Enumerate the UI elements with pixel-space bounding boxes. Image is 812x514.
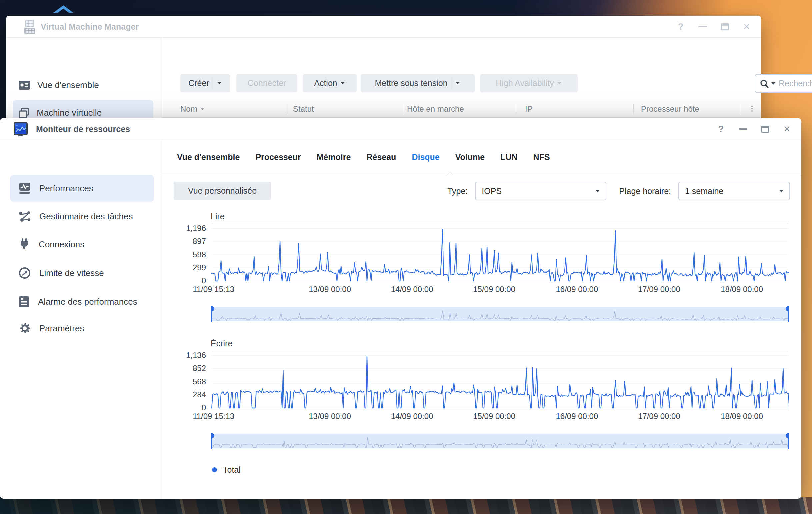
read-chart-scrubber[interactable]	[211, 306, 789, 322]
rm-window-title: Moniteur de ressources	[36, 124, 130, 134]
x-axis-tick-label: 14/09 00:00	[391, 285, 433, 294]
wallpaper-bottom	[0, 497, 812, 514]
high-availability-button[interactable]: High Availability	[480, 74, 578, 92]
column-header-statut[interactable]: Statut	[293, 100, 314, 118]
search-input[interactable]	[778, 78, 812, 89]
legend-total-label: Total	[223, 465, 241, 475]
sidebar-item-parametres[interactable]: Paramètres	[10, 315, 154, 342]
create-button[interactable]: Créer	[180, 74, 230, 92]
vmm-minimize-button[interactable]	[698, 22, 708, 32]
rm-close-button[interactable]: ✕	[782, 124, 792, 134]
time-range-select-value: 1 semaine	[685, 186, 723, 196]
tab-processeur[interactable]: Processeur	[255, 152, 301, 162]
settings-gear-icon	[19, 322, 31, 334]
synology-logo-chevron-icon	[53, 5, 73, 13]
y-axis-tick-label: 0	[162, 276, 206, 285]
sidebar-item-connexions[interactable]: Connexions	[10, 231, 154, 258]
create-dropdown-caret[interactable]	[213, 82, 226, 84]
column-header-nom[interactable]: Nom	[180, 100, 204, 118]
y-axis-tick-label: 598	[162, 250, 206, 259]
chevron-down-icon	[596, 190, 600, 192]
speed-limit-gauge-icon	[19, 267, 31, 279]
sidebar-item-vue-densemble[interactable]: Vue d'ensemble	[13, 72, 153, 98]
rm-main: Vue d'ensemble Processeur Mémoire Réseau…	[162, 140, 801, 499]
tab-vue-densemble[interactable]: Vue d'ensemble	[177, 152, 240, 162]
column-header-cpu[interactable]: Processeur hôte	[641, 100, 699, 118]
y-axis-tick-label: 1,196	[162, 224, 206, 233]
rm-tabs: Vue d'ensemble Processeur Mémoire Réseau…	[177, 152, 550, 162]
sidebar-item-limite-de-vitesse[interactable]: Limite de vitesse	[10, 260, 154, 286]
vmm-maximize-button[interactable]	[720, 22, 730, 32]
tab-reseau[interactable]: Réseau	[366, 152, 396, 162]
type-select[interactable]: IOPS	[475, 182, 606, 200]
sidebar-item-label: Gestionnaire des tâches	[39, 210, 133, 222]
x-axis-tick-label: 13/09 00:00	[309, 285, 351, 294]
chart-controls: Type: IOPS Plage horaire: 1 semaine	[447, 182, 790, 200]
rm-maximize-button[interactable]	[760, 124, 770, 134]
tab-volume[interactable]: Volume	[455, 152, 485, 162]
y-axis-tick-label: 897	[162, 237, 206, 246]
x-axis-tick-label: 17/09 00:00	[638, 412, 680, 421]
action-button[interactable]: Action	[303, 74, 357, 92]
sidebar-item-label: Paramètres	[39, 322, 84, 334]
sidebar-item-label: Performances	[39, 182, 93, 194]
tab-nfs[interactable]: NFS	[533, 152, 550, 162]
tabs-divider	[162, 175, 801, 175]
power-on-button[interactable]: Mettre sous tension	[361, 74, 475, 92]
write-chart-block: Écrire 02845688521,13611/09 15:1313/09 0…	[162, 339, 801, 454]
y-axis-tick-label: 0	[162, 403, 206, 412]
sidebar-item-label: Vue d'ensemble	[37, 80, 99, 90]
x-axis-tick-label: 15/09 00:00	[473, 285, 515, 294]
vmm-close-button[interactable]: ✕	[742, 22, 752, 32]
rm-minimize-button[interactable]	[738, 124, 748, 134]
x-axis-tick-label: 11/09 15:13	[193, 285, 234, 294]
column-options-menu[interactable]	[751, 105, 753, 113]
sidebar-item-label: Alarme des performances	[38, 296, 137, 308]
x-axis-tick-label: 16/09 00:00	[556, 412, 598, 421]
chart-legend: Total	[212, 465, 241, 475]
active-tab-notch	[447, 172, 454, 179]
chevron-down-icon	[779, 190, 783, 192]
vmm-title-area: Virtual Machine Manager	[24, 16, 139, 38]
column-header-ip[interactable]: IP	[525, 100, 533, 118]
resource-monitor-app-icon	[13, 122, 28, 136]
resource-monitor-window[interactable]: Moniteur de ressources ? ✕ Performances	[0, 118, 801, 499]
performance-icon	[19, 183, 31, 194]
rm-titlebar: Moniteur de ressources ? ✕	[0, 118, 801, 140]
read-chart-block: Lire 02995988971,19611/09 15:1313/09 00:…	[162, 212, 801, 327]
power-on-dropdown-caret[interactable]	[451, 82, 464, 84]
write-chart-plot	[211, 350, 789, 409]
tab-disque[interactable]: Disque	[412, 152, 439, 162]
vmm-help-button[interactable]: ?	[676, 22, 686, 32]
y-axis-tick-label: 1,136	[162, 351, 206, 360]
sidebar-item-label: Connexions	[39, 238, 84, 250]
y-axis-tick-label: 852	[162, 364, 206, 373]
rm-help-button[interactable]: ?	[716, 124, 726, 134]
x-axis-tick-label: 13/09 00:00	[309, 412, 351, 421]
performance-alarm-icon	[19, 295, 29, 308]
write-chart-scrubber[interactable]	[211, 433, 789, 449]
connections-plug-icon	[19, 238, 30, 250]
sidebar-item-gestionnaire-des-taches[interactable]: Gestionnaire des tâches	[10, 203, 154, 230]
vm-table-header: Nom Statut Hôte en marche IP Processeur …	[162, 100, 761, 118]
task-manager-icon	[19, 211, 31, 222]
type-select-value: IOPS	[482, 186, 502, 196]
vmm-window-title: Virtual Machine Manager	[41, 22, 139, 32]
type-label: Type:	[447, 186, 468, 196]
tab-lun[interactable]: LUN	[500, 152, 517, 162]
time-range-select[interactable]: 1 semaine	[678, 182, 790, 200]
custom-view-button[interactable]: Vue personnalisée	[174, 182, 271, 200]
tab-memoire[interactable]: Mémoire	[317, 152, 351, 162]
x-axis-tick-label: 14/09 00:00	[391, 412, 433, 421]
sidebar-item-label: Limite de vitesse	[39, 267, 104, 279]
legend-total-dot	[212, 467, 217, 472]
rm-title-area: Moniteur de ressources	[13, 118, 130, 140]
sidebar-item-performances[interactable]: Performances	[10, 175, 154, 202]
vmm-search-box[interactable]	[755, 74, 812, 93]
desktop: Virtual Machine Manager ? ✕ Vue d'ensemb…	[0, 0, 812, 514]
time-range-label: Plage horaire:	[619, 186, 671, 196]
x-axis-tick-label: 15/09 00:00	[473, 412, 515, 421]
column-header-hote[interactable]: Hôte en marche	[407, 100, 464, 118]
search-scope-caret[interactable]	[771, 82, 775, 85]
connect-button[interactable]: Connecter	[236, 74, 297, 92]
